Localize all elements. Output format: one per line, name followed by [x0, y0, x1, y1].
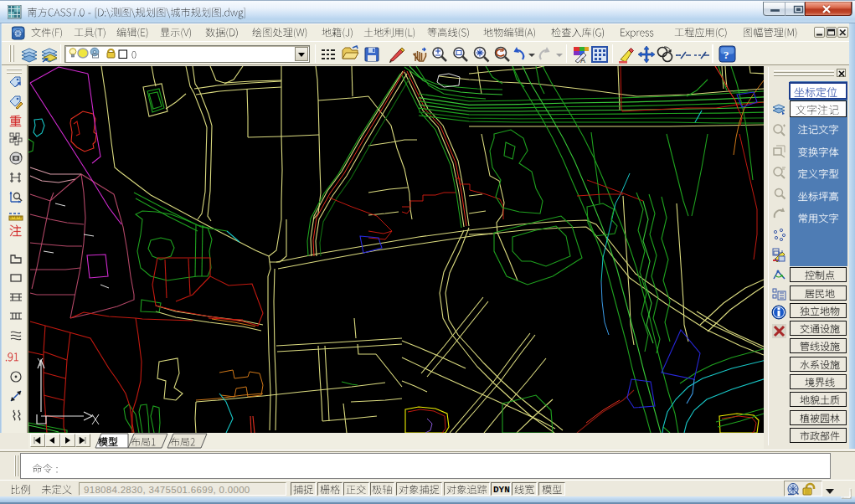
svg-text:?: ?	[724, 49, 729, 61]
svg-text:A: A	[580, 56, 585, 64]
